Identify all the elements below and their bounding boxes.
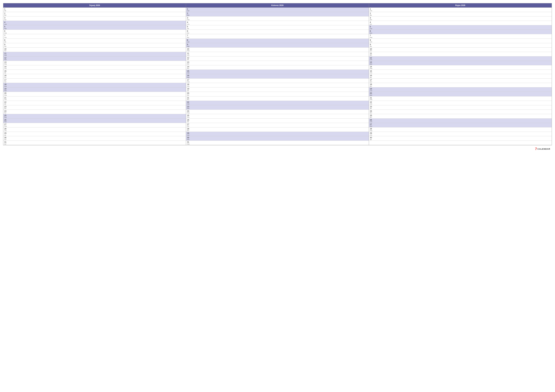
day-number: 26 xyxy=(370,119,373,121)
day-name: UTO xyxy=(4,68,7,69)
day-info: 7PON xyxy=(370,35,373,38)
day-name: NED xyxy=(370,64,373,65)
day-row: 5SRI xyxy=(186,25,369,30)
day-info: 20PON xyxy=(4,92,7,96)
day-row: 17ČET xyxy=(369,78,552,83)
day-name: PET xyxy=(370,86,373,87)
day-info: 9SRI xyxy=(370,43,373,47)
day-row: 14UTO xyxy=(3,65,186,70)
day-number: 3 xyxy=(4,17,7,19)
day-name: ČET xyxy=(4,77,7,78)
day-info: 21PET xyxy=(187,97,190,100)
day-info: 7UTO xyxy=(4,35,7,38)
day-row: 3PON xyxy=(186,16,369,21)
day-info: 19SUB xyxy=(370,88,373,91)
day-row: 20PON xyxy=(3,92,186,96)
day-name: UTO xyxy=(187,86,190,87)
day-name: ČET xyxy=(370,19,373,21)
day-number: 18 xyxy=(187,83,190,86)
day-row: 23ČET xyxy=(3,105,186,110)
day-number: 18 xyxy=(370,83,373,86)
day-info: 26SRI xyxy=(187,119,190,122)
day-info: 25UTO xyxy=(187,114,190,118)
day-info: 24PET xyxy=(4,110,7,114)
day-info: 8SUB xyxy=(187,39,190,43)
day-number: 7 xyxy=(370,35,373,37)
day-name: SUB xyxy=(4,86,7,87)
day-number: 6 xyxy=(187,30,190,32)
day-row: 24PET xyxy=(3,110,186,114)
day-row: 28PET xyxy=(186,127,369,132)
day-row: 10PON xyxy=(186,48,369,52)
day-info: 8SRI xyxy=(4,39,7,43)
day-row: 19NED xyxy=(3,87,186,92)
day-row: 5NED xyxy=(3,25,186,30)
day-name: SUB xyxy=(370,121,373,122)
day-number: 16 xyxy=(187,74,190,77)
day-row: 30NED xyxy=(186,136,369,141)
day-number: 21 xyxy=(370,97,373,99)
day-number: 2 xyxy=(370,12,373,14)
day-row: 23SRI xyxy=(369,105,552,110)
day-name: PET xyxy=(187,130,190,131)
day-row: 12NED xyxy=(3,57,186,61)
day-number: 24 xyxy=(370,110,373,112)
day-info: 23ČET xyxy=(4,106,7,109)
day-name: PET xyxy=(4,50,7,51)
day-row: 24PON xyxy=(186,110,369,114)
day-row: 27PON xyxy=(3,123,186,127)
day-info: 16SRI xyxy=(370,74,373,78)
day-info: 6PON xyxy=(4,30,7,34)
day-name: PON xyxy=(187,50,190,51)
day-name: SUB xyxy=(187,41,190,43)
day-number: 15 xyxy=(370,70,373,72)
day-number: 25 xyxy=(370,114,373,117)
day-number: 12 xyxy=(4,57,7,59)
day-info: 15SRI xyxy=(4,70,7,74)
day-info: 22UTO xyxy=(370,101,373,105)
day-name: SRI xyxy=(4,135,7,136)
month-header-0: Srpanj 2026 xyxy=(3,3,186,7)
day-number: 15 xyxy=(187,70,190,72)
day-number: 16 xyxy=(370,74,373,77)
day-number: 12 xyxy=(370,57,373,59)
day-name: PON xyxy=(370,68,373,69)
day-info: 22SRI xyxy=(4,101,7,105)
day-name: PET xyxy=(4,112,7,114)
day-row: 16ČET xyxy=(3,74,186,78)
day-row: 31PON xyxy=(186,141,369,145)
day-name: PON xyxy=(370,130,373,131)
day-row: 9ČET xyxy=(3,43,186,48)
day-number: 29 xyxy=(4,132,7,134)
day-number: 10 xyxy=(187,48,190,50)
day-info: 22SUB xyxy=(187,101,190,105)
day-info: 17ČET xyxy=(370,79,373,83)
day-name: ČET xyxy=(4,108,7,109)
day-info: 24PON xyxy=(187,110,190,114)
brand-number: 7 xyxy=(535,147,537,151)
day-info: 7PET xyxy=(187,35,190,38)
day-name: PON xyxy=(187,143,190,145)
day-row: 29SUB xyxy=(186,132,369,136)
day-number: 23 xyxy=(187,106,190,108)
day-row: 10ČET xyxy=(369,48,552,52)
day-row: 4SUB xyxy=(3,21,186,25)
day-row: 21UTO xyxy=(3,96,186,101)
day-row: 4UTO xyxy=(186,21,369,25)
day-info: 20NED xyxy=(370,92,373,96)
day-info: 5SRI xyxy=(187,26,190,29)
day-name: SRI xyxy=(370,108,373,109)
day-name: NED xyxy=(187,77,190,78)
day-name: SUB xyxy=(4,24,7,25)
day-name: PET xyxy=(370,117,373,118)
day-name: SRI xyxy=(187,90,190,92)
day-number: 30 xyxy=(4,136,7,139)
day-number: 22 xyxy=(4,101,7,103)
day-row: 25UTO xyxy=(186,114,369,119)
day-number: 10 xyxy=(4,48,7,50)
day-number: 11 xyxy=(4,52,7,55)
day-info: 26SUB xyxy=(370,119,373,122)
day-number: 22 xyxy=(187,101,190,103)
day-number: 30 xyxy=(187,136,190,139)
day-row-empty xyxy=(369,141,552,145)
